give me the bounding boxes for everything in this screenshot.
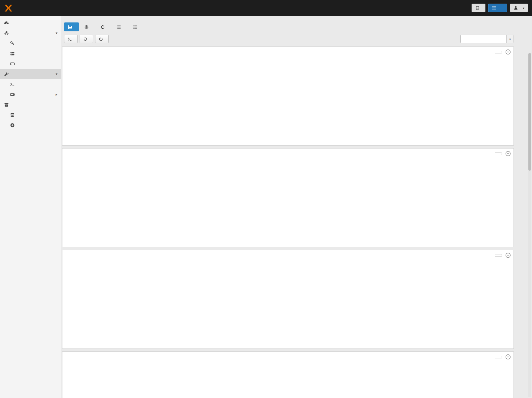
tab-updates[interactable] <box>96 22 111 31</box>
chart-area-icon <box>68 25 73 29</box>
user-icon <box>514 6 518 10</box>
circle-minus-icon[interactable] <box>505 49 511 55</box>
rotate-left-icon <box>83 37 88 41</box>
chart-legend <box>495 152 502 155</box>
circle-minus-icon[interactable] <box>505 151 511 156</box>
terminal-icon <box>10 82 15 87</box>
caret-down-icon: ▾ <box>55 72 57 76</box>
tab-services[interactable] <box>80 22 95 31</box>
toolbar: ▾ <box>64 35 514 43</box>
panel-header <box>62 250 514 260</box>
refresh-icon <box>100 25 105 29</box>
gears-icon <box>84 25 89 29</box>
sidebar-item-add-datastore[interactable] <box>0 120 61 130</box>
server-load-panel <box>62 148 514 247</box>
sidebar-item-datastore[interactable] <box>0 100 61 110</box>
list-icon <box>133 25 137 29</box>
sidebar-item-configuration[interactable]: ▾ <box>0 28 61 38</box>
sidebar-item-administration[interactable]: ▾ <box>0 69 61 79</box>
database-icon <box>10 113 15 117</box>
vertical-scrollbar[interactable] <box>528 53 531 397</box>
memory-usage-panel <box>62 250 514 349</box>
reboot-button[interactable] <box>80 35 93 43</box>
panel-header <box>62 149 514 159</box>
sidebar-item-access-control[interactable] <box>0 38 61 49</box>
sidebar-item-remotes[interactable] <box>0 49 61 59</box>
timeframe-value <box>461 35 506 43</box>
sidebar-item-store1[interactable] <box>0 110 61 120</box>
scrollbar-thumb[interactable] <box>528 53 531 171</box>
cpu-usage-panel <box>62 47 514 146</box>
charts-region <box>62 47 514 398</box>
ticket-icon <box>10 61 15 66</box>
key-icon <box>10 41 15 46</box>
page-title <box>62 17 514 19</box>
terminal-icon <box>68 37 72 41</box>
cpu-usage-chart <box>62 57 514 144</box>
swap-usage-chart <box>62 362 514 398</box>
tasks-button[interactable] <box>488 4 507 12</box>
sidebar-item-shell[interactable] <box>0 79 61 89</box>
circle-minus-icon[interactable] <box>505 252 511 258</box>
gears-icon <box>4 31 9 36</box>
chart-legend <box>495 254 502 257</box>
proxmox-logo <box>4 4 15 13</box>
disk-icon <box>10 92 15 97</box>
panel-header <box>62 47 514 57</box>
caret-down-icon: ▾ <box>523 6 524 10</box>
list-icon <box>117 25 121 29</box>
memory-usage-chart <box>62 260 514 347</box>
tab-syslog[interactable] <box>113 22 127 31</box>
user-menu-button[interactable]: ▾ <box>510 4 528 12</box>
power-icon <box>99 37 103 41</box>
documentation-button[interactable] <box>472 4 485 12</box>
sidebar-item-subscription[interactable] <box>0 59 61 69</box>
shutdown-button[interactable] <box>95 35 109 43</box>
server-load-chart <box>62 159 514 246</box>
caret-right-icon: ▸ <box>55 92 57 97</box>
plus-circle-icon <box>10 123 15 128</box>
timeframe-select[interactable]: ▾ <box>460 35 514 43</box>
tachometer-icon <box>4 20 9 25</box>
chart-legend <box>495 356 502 358</box>
swap-usage-panel <box>62 351 514 398</box>
chart-legend <box>495 51 502 53</box>
console-button[interactable] <box>64 35 78 43</box>
caret-down-icon: ▾ <box>55 31 57 35</box>
wrench-icon <box>4 72 9 77</box>
tasks-list-icon <box>492 6 496 10</box>
tab-tasks[interactable] <box>129 22 144 31</box>
main-area: ▾ <box>61 16 532 398</box>
main-content: ▾ <box>61 16 532 398</box>
server-icon <box>10 51 15 56</box>
tab-serverstatus[interactable] <box>64 22 79 31</box>
sidebar: ▾ ▾ ▸ <box>0 16 61 398</box>
caret-down-icon[interactable]: ▾ <box>506 35 514 43</box>
sidebar-item-dashboard[interactable] <box>0 18 61 28</box>
sidebar-item-disks[interactable]: ▸ <box>0 89 61 100</box>
book-icon <box>475 6 480 10</box>
tab-bar <box>64 22 514 31</box>
archive-icon <box>4 102 9 107</box>
proxmox-x-icon <box>4 4 13 13</box>
app-header: ▾ <box>0 0 532 16</box>
panel-header <box>62 352 514 362</box>
app-body: ▾ ▾ ▸ <box>0 16 532 398</box>
circle-minus-icon[interactable] <box>505 354 511 360</box>
